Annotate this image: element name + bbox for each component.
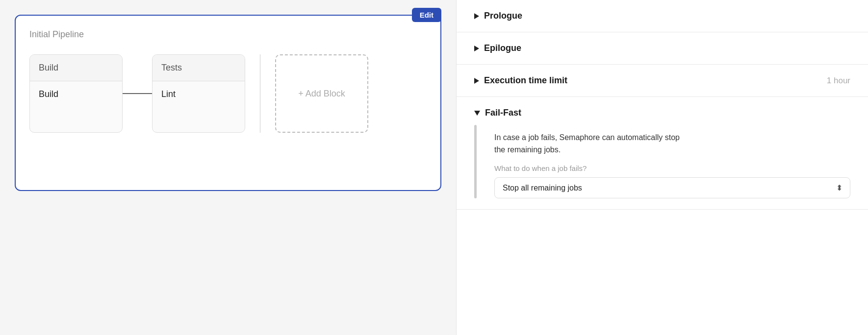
- fail-fast-select-wrapper: Stop all remaining jobs Do nothing Stop …: [485, 177, 850, 198]
- block-card-tests[interactable]: Tests Lint: [152, 54, 245, 133]
- vertical-divider: [260, 54, 260, 133]
- edit-button[interactable]: Edit: [412, 8, 441, 22]
- pipeline-title: Initial Pipeline: [29, 29, 427, 40]
- block-card-tests-header: Tests: [153, 55, 245, 81]
- prologue-triangle-icon: [474, 13, 479, 19]
- fail-fast-description-line1: In case a job fails, Semaphore can autom…: [494, 133, 680, 142]
- block-card-build-header: Build: [30, 55, 122, 81]
- connector-line: [123, 93, 152, 94]
- execution-time-limit-label: Execution time limit: [484, 75, 827, 86]
- fail-fast-triangle-icon: [474, 111, 480, 116]
- pipeline-container: Edit Initial Pipeline Build Build Tests …: [15, 15, 441, 191]
- fail-fast-select[interactable]: Stop all remaining jobs Do nothing Stop …: [494, 177, 850, 198]
- add-block-button[interactable]: + Add Block: [275, 54, 368, 133]
- fail-fast-content: In case a job fails, Semaphore can autom…: [474, 125, 850, 198]
- execution-time-limit-section[interactable]: Execution time limit 1 hour: [457, 65, 868, 97]
- blocks-row: Build Build Tests Lint + Add Block: [29, 54, 427, 133]
- execution-time-limit-value: 1 hour: [827, 76, 850, 86]
- block-card-build[interactable]: Build Build: [29, 54, 123, 133]
- fail-fast-description: In case a job fails, Semaphore can autom…: [485, 132, 850, 156]
- fail-fast-accent-bar: [474, 125, 477, 198]
- left-panel: Edit Initial Pipeline Build Build Tests …: [0, 0, 456, 335]
- fail-fast-text-block: In case a job fails, Semaphore can autom…: [485, 125, 850, 198]
- fail-fast-header[interactable]: Fail-Fast: [474, 108, 850, 118]
- epilogue-triangle-icon: [474, 46, 479, 51]
- fail-fast-description-line2: the remaining jobs.: [494, 145, 561, 154]
- prologue-label: Prologue: [484, 11, 850, 21]
- block-card-build-body: Build: [30, 81, 122, 107]
- execution-time-limit-triangle-icon: [474, 78, 479, 84]
- prologue-section[interactable]: Prologue: [457, 0, 868, 32]
- fail-fast-sublabel: What to do when a job fails?: [485, 164, 850, 172]
- fail-fast-section: Fail-Fast In case a job fails, Semaphore…: [457, 97, 868, 210]
- fail-fast-label: Fail-Fast: [485, 108, 850, 118]
- right-panel: Prologue Epilogue Execution time limit 1…: [456, 0, 868, 335]
- epilogue-label: Epilogue: [484, 43, 850, 53]
- block-card-tests-body: Lint: [153, 81, 245, 107]
- add-block-label: + Add Block: [298, 89, 345, 99]
- epilogue-section[interactable]: Epilogue: [457, 32, 868, 65]
